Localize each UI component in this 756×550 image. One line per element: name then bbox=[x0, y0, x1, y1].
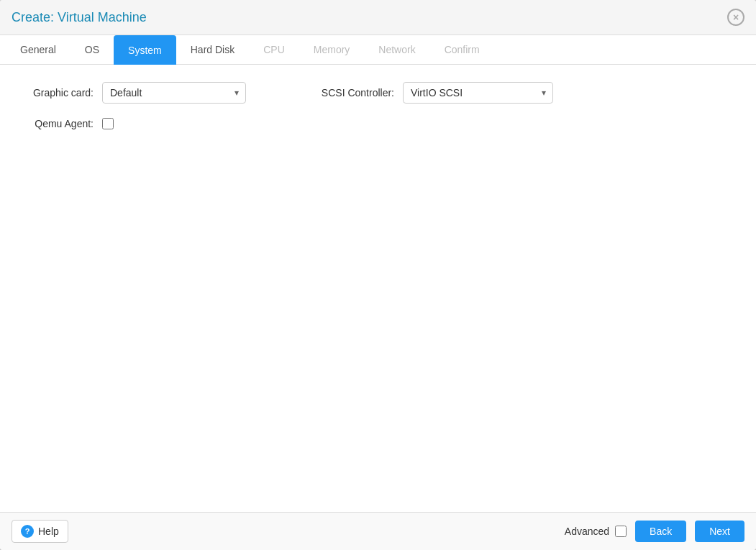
scsi-controller-select[interactable]: VirtIO SCSI LSI 53C895A MegaRAID SAS 870… bbox=[403, 82, 553, 104]
tab-confirm: Confirm bbox=[430, 35, 494, 64]
tab-memory: Memory bbox=[299, 35, 365, 64]
graphic-card-select[interactable]: Default VirtIO cirrus vmware qxl bbox=[102, 82, 246, 104]
graphic-card-select-wrapper: Default VirtIO cirrus vmware qxl ▾ bbox=[102, 82, 246, 104]
tab-os[interactable]: OS bbox=[70, 35, 114, 64]
footer-right: Advanced Back Next bbox=[565, 521, 744, 542]
dialog-footer: ? Help Advanced Back Next bbox=[0, 512, 756, 550]
tab-hard-disk[interactable]: Hard Disk bbox=[176, 35, 249, 64]
scsi-controller-label: SCSI Controller: bbox=[301, 87, 394, 98]
graphic-card-row: Graphic card: Default VirtIO cirrus vmwa… bbox=[14, 82, 742, 104]
qemu-agent-checkbox-wrapper bbox=[102, 118, 114, 129]
close-button[interactable]: × bbox=[727, 9, 744, 26]
help-icon: ? bbox=[21, 525, 34, 538]
dialog-title: Create: Virtual Machine bbox=[12, 10, 147, 25]
advanced-section: Advanced bbox=[565, 526, 627, 537]
qemu-agent-group: Qemu Agent: bbox=[14, 118, 114, 129]
tab-bar: General OS System Hard Disk CPU Memory N… bbox=[0, 35, 756, 65]
help-label: Help bbox=[38, 526, 59, 537]
footer-left: ? Help bbox=[12, 520, 68, 543]
qemu-agent-checkbox[interactable] bbox=[102, 118, 114, 129]
qemu-agent-label: Qemu Agent: bbox=[14, 118, 94, 129]
tab-content: Graphic card: Default VirtIO cirrus vmwa… bbox=[0, 65, 756, 512]
back-button[interactable]: Back bbox=[635, 521, 686, 542]
scsi-controller-select-wrapper: VirtIO SCSI LSI 53C895A MegaRAID SAS 870… bbox=[403, 82, 553, 104]
qemu-agent-row: Qemu Agent: bbox=[14, 118, 742, 129]
tab-cpu: CPU bbox=[249, 35, 299, 64]
next-button[interactable]: Next bbox=[695, 521, 744, 542]
create-vm-dialog: Create: Virtual Machine × General OS Sys… bbox=[0, 0, 756, 550]
help-button[interactable]: ? Help bbox=[12, 520, 68, 543]
graphic-card-group: Graphic card: Default VirtIO cirrus vmwa… bbox=[14, 82, 246, 104]
tab-general[interactable]: General bbox=[6, 35, 70, 64]
advanced-label: Advanced bbox=[565, 526, 609, 537]
dialog-header: Create: Virtual Machine × bbox=[0, 0, 756, 35]
tab-system[interactable]: System bbox=[114, 35, 176, 65]
scsi-controller-group: SCSI Controller: VirtIO SCSI LSI 53C895A… bbox=[301, 82, 553, 104]
tab-network: Network bbox=[364, 35, 429, 64]
advanced-checkbox[interactable] bbox=[615, 526, 627, 537]
graphic-card-label: Graphic card: bbox=[14, 87, 94, 98]
